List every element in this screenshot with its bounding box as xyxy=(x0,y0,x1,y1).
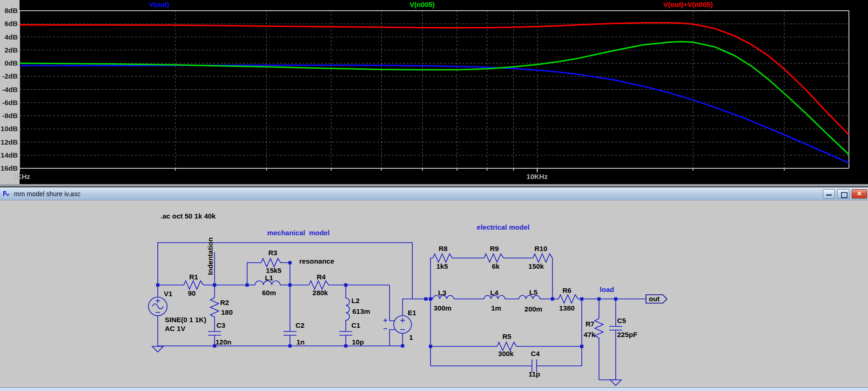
resistor-r1[interactable] xyxy=(184,281,203,289)
bottom-scroll-strip[interactable] xyxy=(0,387,868,391)
schematic-label-e1-value[interactable]: 1 xyxy=(409,334,413,341)
schematic-label-r4-value[interactable]: 280k xyxy=(312,289,328,297)
schematic-label-r8-value[interactable]: 1k5 xyxy=(436,263,448,270)
curve-V(n005) xyxy=(20,41,849,154)
capacitor-c1[interactable] xyxy=(339,331,352,346)
resistor-r8[interactable] xyxy=(433,254,452,262)
curve-V(out)+V(n005) xyxy=(20,23,849,135)
schematic-title-bar[interactable]: mm model shure iv.asc ✕ xyxy=(0,187,868,200)
resistor-r10[interactable] xyxy=(533,254,552,262)
schematic-label-comment-mechanical-model[interactable]: mechanical model xyxy=(267,229,330,237)
schematic-label-e1-name[interactable]: E1 xyxy=(408,309,416,317)
schematic-label-r2-value[interactable]: 180 xyxy=(221,309,233,316)
resistor-r4[interactable] xyxy=(309,281,329,289)
schematic-label-l4-value[interactable]: 1m xyxy=(491,305,501,312)
trace-label-V(n005)[interactable]: V(n005) xyxy=(410,0,435,8)
schematic-label-r10-value[interactable]: 150k xyxy=(528,263,544,270)
schematic-label-c2-name[interactable]: C2 xyxy=(296,322,304,329)
schematic-label-r5-value[interactable]: 300k xyxy=(498,350,513,358)
y-tick-12dB: 12dB xyxy=(0,138,18,146)
schematic-label-net-resonance[interactable]: resonance xyxy=(299,258,334,265)
y-tick--6dB: -6dB xyxy=(0,99,18,106)
resistor-r6[interactable] xyxy=(558,295,578,303)
schematic-label-c5-value[interactable]: 225pF xyxy=(617,331,637,338)
voltage-source-v1[interactable] xyxy=(148,297,167,346)
capacitor-c5[interactable] xyxy=(609,326,622,330)
vcvs-e1[interactable] xyxy=(384,316,411,346)
pane-separator[interactable] xyxy=(0,184,868,187)
schematic-label-r6-name[interactable]: R6 xyxy=(562,287,571,294)
y-tick-16dB: 16dB xyxy=(0,164,18,172)
schematic-label-l1-value[interactable]: 60m xyxy=(262,289,276,297)
schematic-label-c2-value[interactable]: 1n xyxy=(296,338,305,346)
y-tick-8dB: 8dB xyxy=(0,7,18,14)
schematic-label-net-indentation[interactable]: Indentation xyxy=(207,238,214,275)
schematic-label-c1-value[interactable]: 10p xyxy=(352,338,364,346)
schematic-label-r1-value[interactable]: 90 xyxy=(188,290,196,297)
y-tick-6dB: 6dB xyxy=(0,20,18,27)
schematic-label-l1-name[interactable]: L1 xyxy=(265,274,273,282)
schematic-label-comment-electrical-model[interactable]: electrical model xyxy=(477,224,529,231)
schematic-file-icon xyxy=(3,190,10,198)
plot-canvas xyxy=(0,0,868,184)
schematic-label-v1-value2[interactable]: AC 1V xyxy=(165,325,185,332)
trace-label-V(out)+V(n005)[interactable]: V(out)+V(n005) xyxy=(663,0,713,8)
capacitor-c2[interactable] xyxy=(283,285,296,346)
y-tick-4dB: 4dB xyxy=(0,33,18,41)
schematic-label-c3-name[interactable]: C3 xyxy=(216,322,225,329)
y-tick-2dB: 2dB xyxy=(0,46,18,54)
y-tick-14dB: 14dB xyxy=(0,151,18,159)
schematic-label-l3-value[interactable]: 300m xyxy=(434,305,451,312)
close-button[interactable]: ✕ xyxy=(852,189,867,199)
schematic-label-r8-name[interactable]: R8 xyxy=(438,245,447,252)
schematic-label-r7-name[interactable]: R7 xyxy=(585,320,594,328)
x-tick-1KHz: 1KHz xyxy=(13,172,30,180)
schematic-label-r5-name[interactable]: R5 xyxy=(502,333,511,340)
resistor-r9[interactable] xyxy=(484,254,504,262)
schematic-label-l5-value[interactable]: 200m xyxy=(525,305,542,313)
schematic-label-c1-name[interactable]: C1 xyxy=(351,322,360,329)
ground-symbol-right[interactable] xyxy=(610,380,621,385)
schematic-label-v1-value1[interactable]: SINE(0 1 1K) xyxy=(165,316,206,324)
schematic-label-r9-value[interactable]: 6k xyxy=(492,263,500,270)
schematic-label-l5-name[interactable]: L5 xyxy=(529,289,538,296)
schematic-label-r2-name[interactable]: R2 xyxy=(220,299,229,306)
minimize-button[interactable] xyxy=(823,189,835,199)
schematic-label-l2-value[interactable]: 613m xyxy=(352,308,370,315)
schematic-label-l4-name[interactable]: L4 xyxy=(490,289,498,297)
schematic-label-directive-ac[interactable]: .ac oct 50 1k 40k xyxy=(161,212,215,220)
window-title: mm model shure iv.asc xyxy=(14,190,81,198)
resistor-r7[interactable] xyxy=(595,318,603,338)
schematic-pane[interactable]: .ac oct 50 1k 40kmechanical modelelectri… xyxy=(0,200,868,387)
schematic-label-r9-name[interactable]: R9 xyxy=(490,245,498,252)
y-tick-0dB: 0dB xyxy=(0,59,18,67)
schematic-label-comment-load[interactable]: load xyxy=(600,286,614,293)
schematic-label-l2-name[interactable]: L2 xyxy=(351,297,360,305)
schematic-label-v1-name[interactable]: V1 xyxy=(164,290,172,298)
schematic-label-c4-value[interactable]: 11p xyxy=(528,371,540,378)
schematic-label-r7-value[interactable]: 47k xyxy=(584,331,595,338)
schematic-label-c3-value[interactable]: 120n xyxy=(215,338,231,346)
restore-button[interactable] xyxy=(837,189,849,199)
schematic-label-port-out[interactable]: out xyxy=(649,295,659,303)
schematic-label-r1-name[interactable]: R1 xyxy=(189,273,198,281)
schematic-label-r4-name[interactable]: R4 xyxy=(316,273,325,281)
schematic-label-c5-name[interactable]: C5 xyxy=(617,317,626,325)
schematic-label-r3-value[interactable]: 15k5 xyxy=(266,267,281,274)
trace-label-V(out)[interactable]: V(out) xyxy=(149,0,169,8)
y-tick-10dB: 10dB xyxy=(0,125,18,133)
schematic-label-c4-name[interactable]: C4 xyxy=(531,350,539,358)
close-icon: ✕ xyxy=(852,190,867,197)
schematic-label-r10-name[interactable]: R10 xyxy=(534,245,547,252)
inductor-l2[interactable] xyxy=(346,285,350,331)
ground-symbol-left[interactable] xyxy=(152,346,163,352)
ltspice-window: V(out)V(n005)V(out)+V(n005) 8dB6dB4dB2dB… xyxy=(0,0,868,391)
schematic-label-r6-value[interactable]: 1380 xyxy=(559,305,574,312)
schematic-canvas xyxy=(0,200,868,387)
schematic-label-l3-name[interactable]: L3 xyxy=(438,289,446,297)
y-tick--4dB: -4dB xyxy=(0,86,18,93)
schematic-label-r3-name[interactable]: R3 xyxy=(268,249,277,257)
y-tick--2dB: -2dB xyxy=(0,72,18,80)
waveform-pane[interactable]: V(out)V(n005)V(out)+V(n005) 8dB6dB4dB2dB… xyxy=(0,0,868,184)
curve-V(out) xyxy=(20,65,849,163)
